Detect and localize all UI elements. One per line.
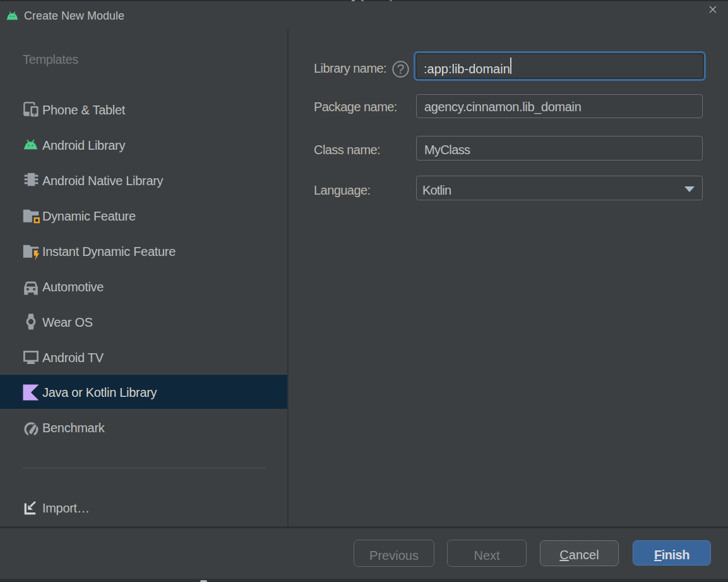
svg-text:?: ? <box>397 62 405 77</box>
